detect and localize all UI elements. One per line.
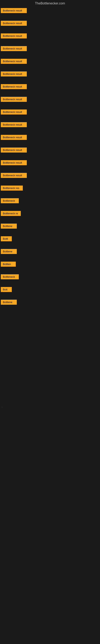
badge-row-3: Bottleneck result xyxy=(0,32,100,40)
bottleneck-badge-7[interactable]: Bottleneck result xyxy=(1,84,27,89)
bottleneck-badge-8[interactable]: Bottleneck result xyxy=(1,97,27,102)
badge-row-19: Bottl xyxy=(0,235,100,243)
bottleneck-badge-3[interactable]: Bottleneck result xyxy=(1,34,27,38)
badge-row-16: Bottleneck xyxy=(0,197,100,205)
badge-row-4: Bottleneck result xyxy=(0,45,100,53)
bottleneck-badge-22[interactable]: Bottleneck xyxy=(1,274,19,279)
bottleneck-badge-13[interactable]: Bottleneck result xyxy=(1,160,27,165)
badge-row-21: Bottlen xyxy=(0,260,100,269)
badge-row-14: Bottleneck result xyxy=(0,172,100,180)
badge-row-8: Bottleneck result xyxy=(0,96,100,104)
bottleneck-badge-14[interactable]: Bottleneck result xyxy=(1,173,27,178)
badge-row-5: Bottleneck result xyxy=(0,58,100,66)
bottleneck-badge-15[interactable]: Bottleneck res xyxy=(1,186,23,190)
bottleneck-badge-17[interactable]: Bottleneck re xyxy=(1,211,21,216)
badge-row-13: Bottleneck result xyxy=(0,159,100,167)
badge-row-11: Bottleneck result xyxy=(0,134,100,142)
badge-row-17: Bottleneck re xyxy=(0,210,100,218)
bottleneck-badge-11[interactable]: Bottleneck result xyxy=(1,135,27,140)
badge-row-1: Bottleneck result xyxy=(0,7,100,15)
badge-row-7: Bottleneck result xyxy=(0,83,100,91)
bottleneck-badge-16[interactable]: Bottleneck xyxy=(1,198,19,203)
badge-row-12: Bottleneck result xyxy=(0,146,100,154)
bottleneck-badge-19[interactable]: Bottl xyxy=(1,236,12,241)
bottleneck-badge-9[interactable]: Bottleneck result xyxy=(1,110,27,114)
bottleneck-badge-5[interactable]: Bottleneck result xyxy=(1,59,27,64)
badge-row-24: Bottlene xyxy=(0,298,100,307)
bottleneck-badge-24[interactable]: Bottlene xyxy=(1,300,17,305)
badge-row-23: Bott xyxy=(0,286,100,294)
badge-row-20: Bottlene xyxy=(0,248,100,256)
bottleneck-badge-2[interactable]: Bottleneck result xyxy=(1,21,27,26)
badge-row-2: Bottleneck result xyxy=(0,20,100,28)
bottleneck-badge-18[interactable]: Bottlene xyxy=(1,224,17,228)
site-title: TheBottlenecker.com xyxy=(0,0,100,7)
bottleneck-badge-10[interactable]: Bottleneck result xyxy=(1,122,27,127)
bottleneck-badge-1[interactable]: Bottleneck result xyxy=(1,8,27,13)
badge-row-9: Bottleneck result xyxy=(0,108,100,116)
badge-row-18: Bottlene xyxy=(0,222,100,231)
badge-row-15: Bottleneck res xyxy=(0,184,100,192)
bottleneck-badge-21[interactable]: Bottlen xyxy=(1,262,16,267)
bottleneck-badge-12[interactable]: Bottleneck result xyxy=(1,148,27,152)
badge-row-22: Bottleneck xyxy=(0,273,100,281)
bottleneck-badge-4[interactable]: Bottleneck result xyxy=(1,46,27,51)
badge-row-10: Bottleneck result xyxy=(0,121,100,129)
bottleneck-badge-23[interactable]: Bott xyxy=(1,287,12,292)
bottleneck-badge-20[interactable]: Bottlene xyxy=(1,249,17,254)
badge-row-6: Bottleneck result xyxy=(0,70,100,78)
ellipsis-indicator: ... xyxy=(0,404,100,409)
bottleneck-badge-6[interactable]: Bottleneck result xyxy=(1,72,27,76)
